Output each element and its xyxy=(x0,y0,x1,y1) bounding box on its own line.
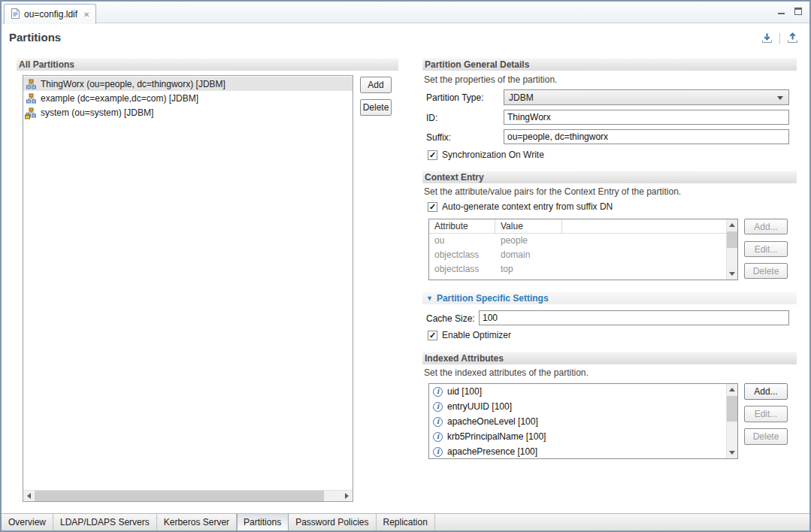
checkbox-check-icon: ✓ xyxy=(428,150,437,160)
partition-list-item[interactable]: ThingWorx (ou=people, dc=thingworx) [JDB… xyxy=(23,77,353,91)
context-table-header: Attribute Value xyxy=(429,219,737,234)
sync-on-write-checkbox[interactable]: ✓ Synchronization On Write xyxy=(428,150,544,160)
bottom-tab[interactable]: Replication xyxy=(377,514,435,530)
bottom-tab[interactable]: Overview xyxy=(2,514,53,530)
scroll-down-icon[interactable] xyxy=(727,447,738,458)
section-partition-specific-settings[interactable]: ▼ Partition Specific Settings xyxy=(422,292,797,304)
attribute-column-header[interactable]: Attribute xyxy=(429,219,495,233)
scroll-up-icon[interactable] xyxy=(727,219,738,231)
close-tab-icon[interactable]: ✕ xyxy=(83,11,89,19)
collapse-triangle-icon[interactable]: ▼ xyxy=(426,295,433,302)
partition-list-item[interactable]: example (dc=example,dc=com) [JDBM] xyxy=(23,91,353,105)
enable-optimizer-label: Enable Optimizer xyxy=(442,330,511,340)
section-indexed-title: Indexed Attributes xyxy=(425,353,504,364)
id-label: ID: xyxy=(426,113,437,123)
section-context-title: Context Entry xyxy=(425,172,484,183)
context-entry-row[interactable]: objectclass domain xyxy=(429,248,737,262)
context-entry-row[interactable]: objectclass top xyxy=(429,262,737,277)
add-partition-button[interactable]: Add xyxy=(360,77,392,93)
value-column-header[interactable]: Value xyxy=(495,219,562,233)
editor-tab-title: ou=config.ldif xyxy=(24,9,77,20)
context-description: Set the attribute/value pairs for the Co… xyxy=(424,186,681,197)
import-config-icon[interactable] xyxy=(761,32,773,44)
sync-on-write-label: Synchronization On Write xyxy=(442,150,544,160)
context-entry-row[interactable]: ou people xyxy=(429,234,737,248)
indexed-add-button[interactable]: Add... xyxy=(744,383,788,400)
maximize-icon[interactable] xyxy=(794,8,802,15)
context-entry-table[interactable]: Attribute Value ou people objectclass do… xyxy=(428,219,738,280)
enable-optimizer-checkbox[interactable]: ✓ Enable Optimizer xyxy=(428,330,511,340)
context-value-cell: domain xyxy=(495,248,530,262)
indexed-attributes-list[interactable]: i uid [100] i entryUUID [100] i apacheOn… xyxy=(428,383,738,459)
partition-lock-icon xyxy=(24,112,31,119)
scrollbar-thumb[interactable] xyxy=(35,491,324,501)
bottom-tab-label: Kerberos Server xyxy=(164,517,229,527)
vertical-scrollbar[interactable] xyxy=(726,384,737,458)
partition-item-label: system (ou=system) [JDBM] xyxy=(41,107,153,118)
suffix-field[interactable] xyxy=(504,129,789,144)
window-controls xyxy=(778,8,802,15)
partitions-list[interactable]: ThingWorx (ou=people, dc=thingworx) [JDB… xyxy=(23,75,353,502)
bottom-tab[interactable]: LDAP/LDAPS Servers xyxy=(53,514,157,530)
scrollbar-thumb[interactable] xyxy=(727,396,738,422)
scrollbar-thumb[interactable] xyxy=(727,231,738,248)
header-divider xyxy=(779,33,780,44)
indexed-attribute-item[interactable]: i entryUUID [100] xyxy=(429,399,737,414)
cache-size-label: Cache Size: xyxy=(426,313,475,324)
info-icon: i xyxy=(433,447,443,457)
header-actions xyxy=(761,32,799,44)
context-edit-button: Edit... xyxy=(744,241,788,257)
bottom-tab[interactable]: Partitions xyxy=(237,514,289,530)
scroll-down-icon[interactable] xyxy=(727,268,738,280)
indexed-attribute-label: krb5PrincipalName [100] xyxy=(447,431,546,442)
context-add-button: Add... xyxy=(744,219,788,234)
form-header: Partitions xyxy=(2,24,809,52)
info-icon: i xyxy=(433,387,443,397)
section-all-partitions-title: All Partitions xyxy=(19,59,74,70)
checkbox-check-icon: ✓ xyxy=(428,202,437,212)
section-general-title: Partition General Details xyxy=(425,59,529,70)
indexed-attribute-item[interactable]: i krb5PrincipalName [100] xyxy=(429,429,737,444)
indexed-attribute-item[interactable]: i apacheOneLevel [100] xyxy=(429,414,737,429)
bottom-tab-label: Partitions xyxy=(244,517,281,527)
page-title: Partitions xyxy=(9,31,61,44)
delete-partition-button[interactable]: Delete xyxy=(360,99,392,116)
indexed-attribute-item[interactable]: i uid [100] xyxy=(429,384,737,399)
scroll-up-icon[interactable] xyxy=(727,384,738,395)
general-description: Set the properties of the partition. xyxy=(424,74,557,85)
bottom-tab-label: LDAP/LDAPS Servers xyxy=(60,517,150,527)
indexed-attribute-label: entryUUID [100] xyxy=(447,401,512,412)
indexed-edit-button: Edit... xyxy=(744,406,788,422)
auto-generate-context-label: Auto-generate context entry from suffix … xyxy=(442,201,613,212)
editor-tab-bar: ou=config.ldif ✕ xyxy=(2,2,809,23)
partition-list-item[interactable]: system (ou=system) [JDBM] xyxy=(23,105,353,119)
id-field[interactable] xyxy=(504,110,789,125)
horizontal-scrollbar[interactable] xyxy=(23,490,353,501)
export-config-icon[interactable] xyxy=(786,32,799,44)
indexed-attribute-label: apachePresence [100] xyxy=(447,446,537,457)
scroll-left-icon[interactable] xyxy=(23,491,35,502)
editor-tab-config-ldif[interactable]: ou=config.ldif ✕ xyxy=(4,4,96,24)
bottom-tab[interactable]: Kerberos Server xyxy=(157,514,237,530)
indexed-attribute-item[interactable]: i apachePresence [100] xyxy=(429,444,737,459)
info-icon: i xyxy=(433,417,443,427)
bottom-tab[interactable]: Password Policies xyxy=(289,514,376,530)
minimize-icon[interactable] xyxy=(778,8,785,15)
vertical-scrollbar[interactable] xyxy=(726,219,737,280)
partition-item-label: example (dc=example,dc=com) [JDBM] xyxy=(41,93,198,104)
app-window: ou=config.ldif ✕ Partitions xyxy=(0,0,811,532)
partition-item-label: ThingWorx (ou=people, dc=thingworx) [JDB… xyxy=(41,79,225,89)
chevron-down-icon xyxy=(777,96,783,100)
suffix-label: Suffix: xyxy=(426,132,451,143)
partition-icon xyxy=(26,79,37,89)
scroll-right-icon[interactable] xyxy=(341,491,353,502)
indexed-attribute-label: uid [100] xyxy=(447,386,482,397)
partition-icon xyxy=(26,93,37,104)
indexed-attribute-label: apacheOneLevel [100] xyxy=(447,416,538,427)
auto-generate-context-checkbox[interactable]: ✓ Auto-generate context entry from suffi… xyxy=(428,201,613,212)
bottom-tab-label: Replication xyxy=(383,517,428,527)
cache-size-field[interactable] xyxy=(479,310,789,325)
page-tab-bar: Overview LDAP/LDAPS Servers Kerberos Ser… xyxy=(2,513,809,530)
partition-type-select[interactable]: JDBM xyxy=(504,89,789,105)
context-value-cell: top xyxy=(495,262,513,277)
